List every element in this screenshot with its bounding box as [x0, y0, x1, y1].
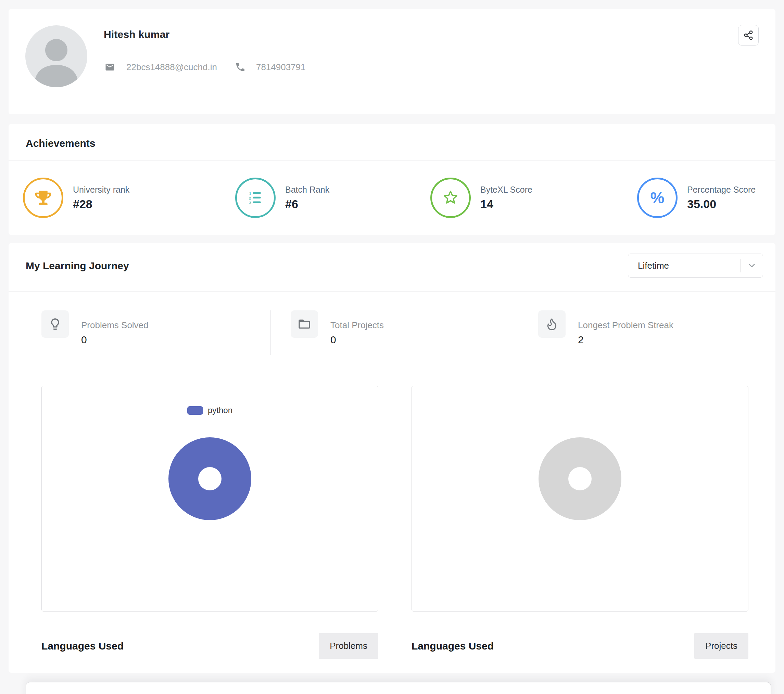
- stat-label: Total Projects: [330, 320, 384, 331]
- projects-donut-chart[interactable]: [539, 437, 621, 520]
- achievement-value: 14: [480, 197, 532, 211]
- percent-icon: %: [651, 189, 664, 207]
- stat-value: 0: [81, 334, 148, 345]
- stat-label: Problems Solved: [81, 320, 148, 331]
- share-button[interactable]: [738, 25, 759, 46]
- stat-total-projects: Total Projects 0: [270, 311, 518, 355]
- lightbulb-tile: [41, 311, 69, 338]
- languages-used-projects-section: Languages Used Projects: [412, 633, 748, 659]
- achievement-bytexl-score: ByteXL Score 14: [430, 178, 637, 218]
- languages-used-row: Languages Used Problems Languages Used P…: [8, 633, 776, 659]
- folder-icon: [298, 317, 311, 331]
- percent-badge: %: [637, 178, 677, 218]
- achievement-label: Percentage Score: [687, 185, 756, 195]
- achievement-label: Batch Rank: [285, 185, 329, 195]
- profile-card: Hitesh kumar 22bcs14888@cuchd.in 7814903…: [8, 9, 776, 114]
- profile-info: Hitesh kumar 22bcs14888@cuchd.in 7814903…: [104, 25, 306, 98]
- lightbulb-icon: [48, 317, 62, 331]
- folder-tile: [291, 311, 318, 338]
- stat-texts: Total Projects 0: [330, 320, 384, 345]
- next-section-card: [26, 682, 771, 694]
- languages-used-title: Languages Used: [41, 640, 124, 652]
- legend-label-python: python: [208, 406, 232, 415]
- stat-texts: Longest Problem Streak 2: [578, 320, 674, 345]
- learning-journey-card: My Learning Journey Lifetime: [8, 243, 776, 673]
- profile-email: 22bcs14888@cuchd.in: [126, 62, 217, 72]
- problems-donut-chart[interactable]: [168, 437, 251, 520]
- achievement-value: #6: [285, 197, 329, 211]
- legend-swatch-python: [187, 406, 203, 415]
- trophy-badge: [23, 178, 63, 218]
- achievement-value: 35.00: [687, 197, 756, 211]
- achievement-texts: ByteXL Score 14: [480, 185, 532, 211]
- avatar: [25, 25, 87, 87]
- contact-row: 22bcs14888@cuchd.in 7814903791: [104, 62, 306, 72]
- svg-text:2: 2: [249, 196, 251, 200]
- achievement-texts: Percentage Score 35.00: [687, 185, 756, 211]
- stats-row: Problems Solved 0 Total Projects 0: [8, 311, 776, 355]
- achievement-texts: University rank #28: [73, 185, 129, 211]
- star-icon: [442, 189, 459, 206]
- achievement-batch-rank: 1 2 3 Batch Rank #6: [235, 178, 430, 218]
- flame-icon: [545, 317, 559, 331]
- languages-used-title: Languages Used: [412, 640, 494, 652]
- achievement-texts: Batch Rank #6: [285, 185, 329, 211]
- chevron-down-icon: [741, 260, 763, 271]
- charts-row: python: [8, 386, 776, 612]
- svg-text:1: 1: [249, 192, 251, 196]
- achievement-value: #28: [73, 197, 129, 211]
- stat-value: 0: [330, 334, 384, 345]
- achievement-university-rank: University rank #28: [23, 178, 235, 218]
- stat-problems-solved: Problems Solved 0: [8, 311, 270, 355]
- profile-name: Hitesh kumar: [104, 29, 306, 40]
- stat-texts: Problems Solved 0: [81, 320, 148, 345]
- time-filter-dropdown[interactable]: Lifetime: [628, 253, 763, 278]
- profile-dashboard-page: Hitesh kumar 22bcs14888@cuchd.in 7814903…: [0, 0, 784, 694]
- stat-value: 2: [578, 334, 674, 345]
- share-icon: [743, 30, 754, 40]
- projects-chip[interactable]: Projects: [694, 633, 748, 659]
- achievements-title: Achievements: [8, 124, 776, 161]
- chart-legend[interactable]: python: [187, 406, 232, 415]
- time-filter-value: Lifetime: [638, 260, 741, 271]
- achievement-percentage-score: % Percentage Score 35.00: [637, 178, 776, 218]
- phone-icon: [235, 62, 246, 72]
- star-badge: [430, 178, 471, 218]
- person-silhouette-icon: [25, 25, 87, 87]
- ordered-list-icon: 1 2 3: [247, 190, 263, 206]
- trophy-icon: [35, 190, 51, 206]
- achievements-row: University rank #28 1 2 3 Batch: [8, 161, 776, 235]
- achievements-card: Achievements University rank #28 1: [8, 124, 776, 235]
- projects-languages-chart: [412, 386, 748, 612]
- svg-text:3: 3: [249, 201, 251, 205]
- ordered-list-badge: 1 2 3: [235, 178, 276, 218]
- languages-used-problems-section: Languages Used Problems: [41, 633, 378, 659]
- stat-longest-problem-streak: Longest Problem Streak 2: [518, 311, 776, 355]
- achievement-label: University rank: [73, 185, 129, 195]
- stat-label: Longest Problem Streak: [578, 320, 674, 331]
- problems-chip[interactable]: Problems: [319, 633, 378, 659]
- email-icon: [104, 62, 116, 72]
- profile-phone: 7814903791: [256, 62, 306, 72]
- achievement-label: ByteXL Score: [480, 185, 532, 195]
- learning-journey-header: My Learning Journey Lifetime: [8, 243, 776, 291]
- flame-tile: [538, 311, 566, 338]
- problems-languages-chart: python: [41, 386, 378, 612]
